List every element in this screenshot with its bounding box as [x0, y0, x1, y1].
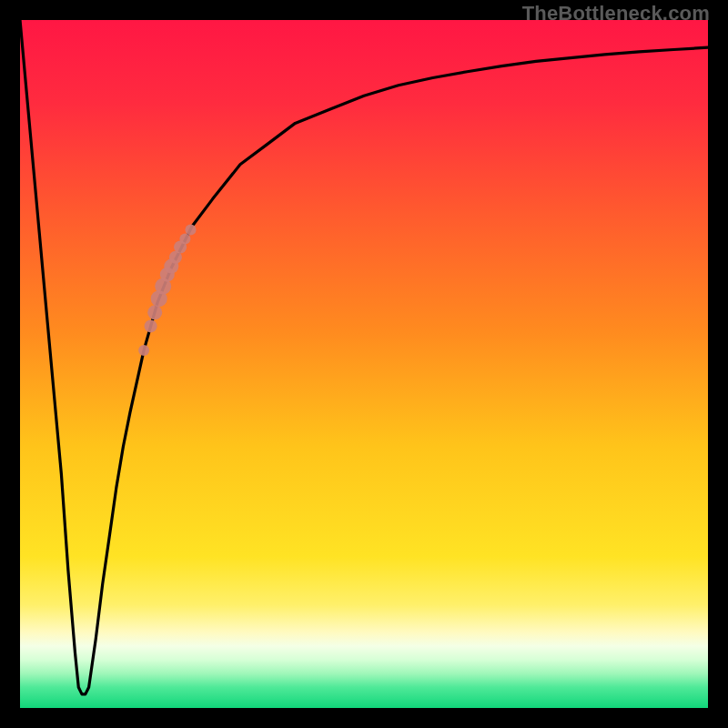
highlight-dot: [145, 319, 157, 332]
highlight-dot: [138, 345, 149, 356]
highlight-dot: [186, 225, 197, 236]
chart-container: TheBottleneck.com: [0, 0, 728, 728]
watermark-text: TheBottleneck.com: [522, 2, 710, 25]
bottleneck-curve: [20, 20, 708, 708]
plot-frame: [20, 20, 708, 708]
highlight-dot: [147, 305, 162, 319]
